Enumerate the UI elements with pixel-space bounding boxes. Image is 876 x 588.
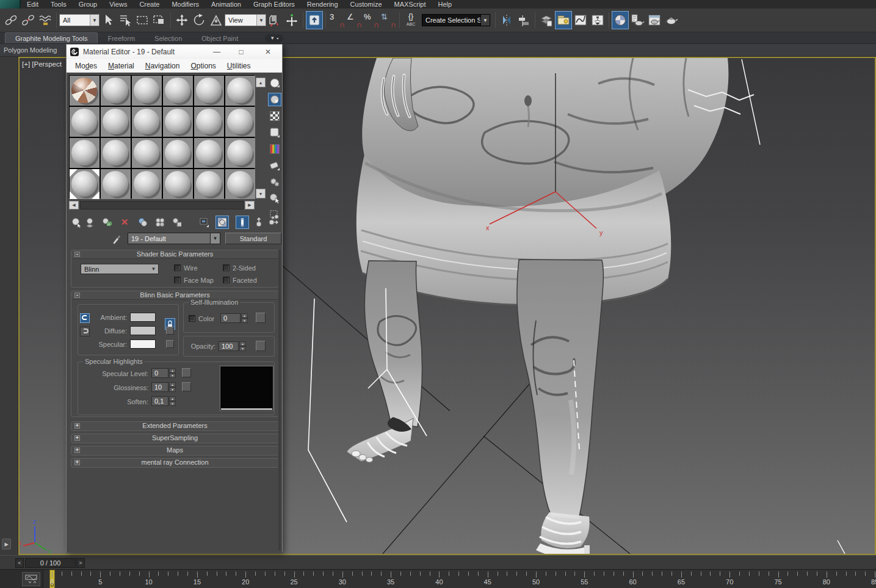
me-menu-navigation[interactable]: Navigation [141, 62, 184, 70]
material-slot-20[interactable] [101, 169, 131, 199]
specular-level-spinner[interactable]: ▲▼ [169, 368, 176, 378]
material-slot-14[interactable] [101, 138, 131, 168]
two-sided-checkbox[interactable] [223, 264, 230, 271]
material-slot-1[interactable] [70, 76, 100, 106]
material-slot-23[interactable] [194, 169, 224, 199]
schematic-view-icon[interactable] [589, 11, 606, 29]
material-slot-4[interactable] [163, 76, 193, 106]
self-illumination-value[interactable]: 0 [220, 313, 241, 323]
me-menu-material[interactable]: Material [104, 62, 139, 70]
glossiness-value[interactable]: 10 [151, 382, 168, 392]
go-to-parent-icon[interactable] [252, 216, 266, 229]
expand-icon[interactable]: + [74, 460, 80, 465]
expand-icon[interactable]: + [74, 448, 80, 453]
select-and-scale-icon[interactable] [208, 11, 225, 29]
assign-material-to-selection-icon[interactable] [100, 216, 114, 229]
slots-scroll-down-button[interactable]: ▼ [256, 189, 266, 198]
menu-graph-editors[interactable]: Graph Editors [247, 0, 301, 9]
me-menu-modes[interactable]: Modes [71, 62, 101, 70]
ribbon-show-panels-dropdown[interactable]: ▼▾ [265, 34, 283, 42]
wire-checkbox[interactable] [174, 264, 181, 271]
close-button[interactable]: ✕ [259, 45, 277, 59]
rectangular-selection-region-icon[interactable] [134, 11, 151, 29]
tab-selection[interactable]: Selection [145, 33, 192, 43]
specular-level-value[interactable]: 0 [151, 368, 168, 378]
material-slot-13[interactable] [70, 138, 100, 168]
select-and-manipulate-icon[interactable] [283, 11, 300, 29]
angle-snap-toggle-icon[interactable]: ∠∩ [346, 11, 363, 29]
material-slot-11[interactable] [194, 107, 224, 137]
tab-freeform[interactable]: Freeform [98, 33, 145, 43]
spinner-snap-toggle-icon[interactable]: ⇅∩ [380, 11, 397, 29]
material-slot-2[interactable] [101, 76, 131, 106]
expand-icon[interactable]: + [74, 423, 80, 429]
dialog-scrollbar[interactable] [278, 250, 281, 550]
menu-help[interactable]: Help [432, 0, 458, 9]
make-preview-icon[interactable] [268, 159, 281, 172]
material-slot-3[interactable] [132, 76, 162, 106]
collapse-icon[interactable]: - [74, 252, 80, 257]
select-and-rotate-icon[interactable] [190, 11, 208, 29]
reset-map-material-icon[interactable]: ✕ [118, 216, 131, 229]
material-slot-7[interactable] [70, 107, 100, 137]
self-illumination-spinner[interactable]: ▲▼ [241, 313, 248, 323]
tab-graphite-modeling-tools[interactable]: Graphite Modeling Tools [5, 32, 98, 43]
extended-parameters-rollout[interactable]: +Extended Parameters [71, 421, 279, 431]
render-setup-icon[interactable] [629, 11, 646, 29]
face-map-checkbox[interactable] [174, 277, 181, 283]
ambient-color-swatch[interactable] [130, 313, 156, 322]
shader-type-dropdown[interactable]: Blinn ▼ [81, 264, 159, 274]
get-material-icon[interactable] [70, 216, 83, 229]
sample-type-sphere-icon[interactable] [268, 76, 281, 90]
material-slot-12[interactable] [225, 107, 255, 137]
open-mini-curve-editor-button[interactable] [22, 572, 40, 586]
next-frame-button[interactable]: > [76, 558, 85, 568]
expand-icon[interactable]: + [74, 435, 80, 441]
layer-manager-icon[interactable] [538, 11, 555, 29]
slots-scroll-up-button[interactable]: ▲ [256, 78, 266, 87]
specular-map-button[interactable] [166, 340, 174, 348]
slots-scroll-right-button[interactable]: ▶ [245, 201, 255, 209]
material-editor-icon[interactable] [612, 11, 629, 29]
time-slider[interactable]: 0 / 100 [25, 558, 76, 568]
material-slot-18[interactable] [225, 138, 255, 168]
rendered-frame-window-icon[interactable] [646, 11, 663, 29]
menu-edit[interactable]: Edit [21, 0, 45, 9]
specular-level-map-button[interactable] [182, 368, 191, 377]
ribbon-panel-polygon-modeling[interactable]: Polygon Modeling [4, 46, 57, 54]
tab-object-paint[interactable]: Object Paint [192, 33, 248, 43]
previous-frame-button[interactable]: < [15, 558, 24, 568]
model-left-leg[interactable] [347, 261, 422, 462]
application-button[interactable] [0, 0, 21, 9]
menu-rendering[interactable]: Rendering [301, 0, 344, 9]
material-slot-24[interactable] [225, 169, 255, 199]
supersampling-rollout[interactable]: +SuperSampling [71, 434, 279, 443]
menu-create[interactable]: Create [133, 0, 165, 9]
make-unique-icon[interactable] [153, 216, 167, 229]
material-slot-22[interactable] [163, 169, 193, 199]
sample-uv-tiling-icon[interactable] [268, 126, 281, 139]
menu-maxscript[interactable]: MAXScript [388, 0, 432, 9]
show-end-result-icon[interactable] [236, 216, 249, 229]
menu-tools[interactable]: Tools [45, 0, 73, 9]
me-menu-utilities[interactable]: Utilities [223, 62, 255, 70]
window-crossing-toggle-icon[interactable] [151, 11, 168, 29]
align-icon[interactable] [515, 11, 532, 29]
opacity-value[interactable]: 100 [219, 341, 239, 351]
shader-rollout-header[interactable]: - Shader Basic Parameters [71, 250, 278, 259]
glossiness-map-button[interactable] [182, 382, 191, 391]
menu-animation[interactable]: Animation [205, 0, 247, 9]
expand-panel-button[interactable]: ▶ [2, 539, 11, 550]
model-right-leg[interactable] [517, 260, 604, 554]
mirror-icon[interactable] [498, 11, 515, 29]
material-slot-21[interactable] [132, 169, 162, 199]
material-slot-9[interactable] [132, 107, 162, 137]
backlight-toggle-icon[interactable] [268, 93, 281, 106]
timeline-ruler[interactable]: 0 0510152025303540455055606570758085 [43, 570, 876, 588]
bind-to-space-warp-icon[interactable] [37, 11, 54, 29]
material-editor-dialog[interactable]: Material Editor - 19 - Default — □ ✕ Mod… [66, 44, 283, 552]
collapse-icon[interactable]: - [74, 292, 80, 298]
material-slot-17[interactable] [194, 138, 224, 168]
faceted-checkbox[interactable] [223, 277, 230, 283]
material-slot-8[interactable] [101, 107, 131, 137]
